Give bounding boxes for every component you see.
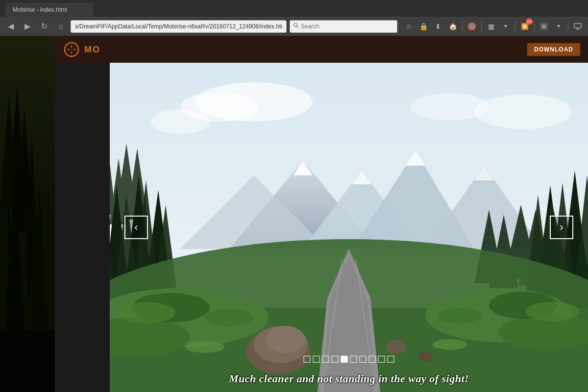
svg-rect-19 [0, 330, 55, 392]
url-bar[interactable] [71, 20, 287, 33]
left-sidebar [0, 36, 55, 392]
svg-rect-22 [28, 232, 30, 296]
carousel-dot-8[interactable] [369, 356, 376, 363]
carousel-dot-4[interactable] [332, 356, 339, 363]
carousel-dot-2[interactable] [313, 356, 320, 363]
firefox-button[interactable] [466, 20, 478, 33]
carousel-dot-10[interactable] [388, 356, 394, 363]
carousel-dot-9[interactable] [378, 356, 385, 363]
back-button[interactable]: ◀ [4, 20, 18, 33]
arrow3-button[interactable]: ▼ [552, 20, 565, 33]
svg-point-84 [266, 326, 305, 353]
svg-point-29 [411, 93, 489, 121]
svg-rect-5 [523, 24, 527, 28]
carousel-dot-5[interactable] [341, 356, 348, 363]
home2-button[interactable]: 🏠 [446, 20, 459, 33]
next-icon: › [560, 221, 563, 234]
main-content: MO DOWNLOAD [55, 36, 588, 392]
svg-point-3 [469, 24, 474, 29]
carousel-dot-6[interactable] [350, 356, 357, 363]
browser-toolbar: ◀ ▶ ↻ ⌂ ☆ 🔒 ⬇ 🏠 [0, 17, 588, 36]
tab-bar: Mobirise - index.html [0, 0, 588, 17]
search-input[interactable] [301, 23, 379, 30]
svg-point-27 [474, 95, 572, 129]
search-icon [293, 23, 299, 30]
toolbar-divider4 [534, 22, 535, 31]
svg-rect-20 [16, 183, 18, 242]
app-logo-icon [63, 41, 80, 58]
carousel-dot-3[interactable] [322, 356, 329, 363]
tab-label: Mobirise - index.html [13, 6, 67, 13]
caption-text: Much cleaner and not standing in the way… [229, 372, 469, 385]
app-area: MO DOWNLOAD [0, 36, 588, 392]
svg-point-85 [386, 340, 406, 354]
lock-button[interactable]: 🔒 [417, 20, 430, 33]
grid-button[interactable]: ▦ [485, 20, 497, 33]
home-button[interactable]: ⌂ [54, 20, 68, 33]
download-arrow-button[interactable]: ⬇ [432, 20, 444, 33]
toolbar-divider5 [568, 22, 568, 31]
svg-point-73 [117, 302, 175, 323]
svg-point-88 [433, 339, 467, 350]
svg-point-86 [418, 352, 433, 362]
carousel-prev-button[interactable]: ‹ [124, 216, 148, 239]
extension-icon-container: 10 [518, 20, 531, 33]
toolbar-divider2 [481, 22, 482, 31]
active-tab[interactable]: Mobirise - index.html [5, 3, 93, 17]
notification-badge: 10 [526, 18, 533, 25]
carousel-container: ‹ › [110, 63, 588, 392]
svg-point-87 [185, 341, 224, 353]
svg-point-77 [438, 308, 482, 323]
svg-rect-8 [574, 24, 581, 28]
app-title: MO [84, 45, 100, 55]
svg-point-76 [205, 309, 254, 326]
arrow-button[interactable]: ▼ [499, 20, 512, 33]
svg-point-28 [151, 109, 210, 134]
svg-text:W: W [541, 24, 546, 29]
forward-button[interactable]: ▶ [21, 20, 34, 33]
toolbar-divider3 [515, 22, 515, 31]
refresh-button[interactable]: ↻ [37, 20, 51, 33]
svg-point-75 [526, 302, 580, 321]
svg-line-1 [297, 26, 298, 28]
svg-rect-21 [8, 208, 10, 257]
carousel-next-button[interactable]: › [550, 216, 573, 239]
download-button[interactable]: DOWNLOAD [527, 43, 580, 56]
carousel-caption: Much cleaner and not standing in the way… [110, 372, 588, 385]
app-header-right: DOWNLOAD [527, 43, 580, 56]
monitor-button[interactable] [571, 20, 584, 33]
search-bar-container [290, 20, 397, 33]
prev-icon: ‹ [134, 221, 138, 234]
carousel-dot-7[interactable] [360, 356, 367, 363]
svg-point-0 [294, 24, 297, 27]
bookmark-button[interactable]: ☆ [402, 20, 415, 33]
wolf-extension-button[interactable]: W [538, 20, 550, 33]
app-header: MO DOWNLOAD [55, 36, 588, 63]
carousel-dot-1[interactable] [304, 356, 311, 363]
toolbar-icons: ☆ 🔒 ⬇ 🏠 ▦ ▼ [402, 20, 584, 33]
toolbar-divider [462, 22, 463, 31]
browser-chrome: Mobirise - index.html ◀ ▶ ↻ ⌂ ☆ 🔒 ⬇ 🏠 [0, 0, 588, 392]
carousel-dots [304, 356, 394, 363]
